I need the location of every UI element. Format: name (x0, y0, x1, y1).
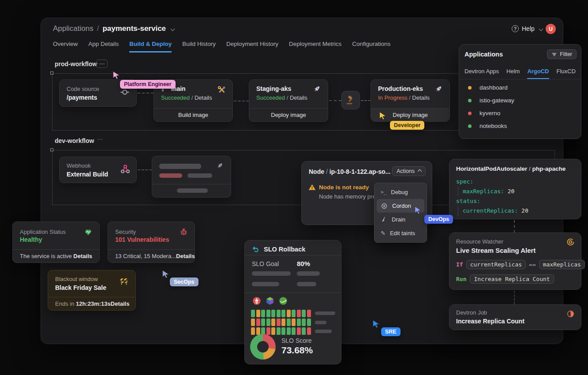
slo-grid-cell (256, 327, 260, 335)
filter-button[interactable]: Filter (547, 49, 577, 59)
slo-grid-cell (277, 327, 281, 335)
half-progress-icon (566, 310, 575, 318)
webhook-card[interactable]: Webhook External Build (59, 157, 137, 183)
tab-overview[interactable]: Overview (53, 41, 78, 52)
slo-grid-cell (256, 310, 260, 317)
tab-helm[interactable]: Helm (506, 68, 520, 79)
resource-watcher-title: Resource Watcher (456, 238, 503, 245)
slo-grid-cell (297, 327, 301, 335)
breadcrumb-section[interactable]: Applications (53, 24, 94, 33)
slo-history-grid (251, 310, 311, 335)
skeleton-pipeline-card (152, 156, 231, 198)
resource-watcher-subtitle: Live Stream Scaling Alert (456, 247, 536, 254)
node-warning-subtitle: Node has memory pre (319, 193, 376, 200)
badge-label: SecOps (174, 279, 195, 285)
badge-label: SRE (385, 329, 397, 335)
staging-pipeline-card[interactable]: Staging-aks Succeeded / Details Deploy i… (249, 79, 328, 122)
separator: / (326, 168, 328, 175)
tab-app-details[interactable]: App Details (88, 41, 119, 52)
tab-build-deploy[interactable]: Build & Deploy (129, 41, 172, 52)
chevron-down-icon[interactable] (171, 26, 175, 31)
separator: / (409, 94, 411, 101)
slo-grid-cell (287, 310, 291, 317)
condition-right-chip[interactable]: maxReplicas (539, 260, 585, 269)
actions-button[interactable]: Actions (392, 166, 426, 176)
skeleton-bar (315, 330, 332, 333)
rocket-icon (433, 84, 444, 95)
menu-item-edit-taints[interactable]: ✎ Edit taints (377, 226, 424, 240)
gavel-icon (345, 95, 356, 105)
dev-workflow-more-button[interactable]: ⋯ (97, 136, 103, 142)
slo-grid-cell (307, 327, 311, 335)
build-action[interactable]: Build image (154, 108, 232, 121)
connector (514, 291, 515, 304)
yaml-key: spec: (456, 178, 473, 185)
cursor-platform-engineer (112, 71, 121, 82)
staging-action[interactable]: Deploy image (249, 108, 328, 121)
slo-grid-cell (277, 319, 281, 326)
connector (329, 100, 341, 101)
status-dot (468, 124, 472, 128)
prod-workflow-more-button[interactable]: ⋯ (96, 60, 108, 68)
application-status-value: Healthy (20, 236, 42, 243)
broom-icon (381, 216, 387, 223)
run-action-chip[interactable]: Increase Replica Count (470, 274, 554, 284)
node-name: ip-10-8-1-122.ap-so... (330, 168, 391, 175)
menu-item-debug[interactable]: >_ Debug (377, 185, 424, 199)
if-keyword: If (456, 261, 463, 268)
tab-build-history[interactable]: Build History (182, 41, 216, 52)
production-details-link[interactable]: Details (412, 94, 430, 101)
badge-developer: Developer (390, 121, 424, 130)
separator: / (191, 94, 193, 101)
tab-configurations[interactable]: Configurations (352, 41, 390, 52)
tab-deployment-history[interactable]: Deployment History (226, 41, 278, 52)
approval-gate[interactable] (341, 91, 360, 109)
blackout-window-card[interactable]: Blackout window Black Friday Sale Ends i… (48, 270, 136, 311)
slo-grid-cell (302, 310, 306, 317)
staging-details-link[interactable]: Details (290, 94, 307, 101)
slo-grid-cell (251, 310, 255, 317)
slo-grid-cell (281, 327, 285, 335)
app-name: istio-gateway (479, 97, 514, 104)
slo-title: SLO Rollback (264, 246, 305, 253)
spiral-icon (566, 237, 575, 247)
build-details-link[interactable]: Details (195, 94, 212, 101)
slo-goal-label: SLO Goal (252, 260, 279, 267)
tab-deployment-metrics[interactable]: Deployment Metrics (289, 41, 341, 52)
blackout-title: Blackout window (55, 276, 98, 282)
rollback-icon (252, 245, 260, 253)
blackout-details-link[interactable]: Details (111, 300, 130, 307)
condition-left-chip[interactable]: currentReplicas (466, 260, 526, 269)
selection-handle[interactable] (50, 148, 53, 151)
list-item[interactable]: dashboard (468, 84, 514, 91)
application-status-details-link[interactable]: Details (73, 253, 92, 259)
slo-grid-cell (297, 310, 301, 317)
security-details-link[interactable]: Details (176, 253, 195, 259)
yaml-key: maxReplicas: (463, 188, 504, 195)
slo-grid-cell (266, 327, 270, 335)
build-status: Succeeded (161, 94, 190, 101)
tab-bar: Overview App Details Build & Deploy Buil… (53, 41, 390, 52)
security-footer: 13 Critical, 15 Modera... (115, 253, 176, 259)
application-status-card[interactable]: Application Status Healthy The service i… (12, 221, 100, 263)
security-card[interactable]: Security 101 Vulnerabilities 13 Critical… (108, 221, 195, 263)
list-item[interactable]: notebooks (468, 123, 514, 129)
badge-devops: DevOps (424, 215, 453, 224)
tab-devtron-apps[interactable]: Devtron Apps (464, 68, 499, 79)
menu-item-label: Debug (391, 189, 408, 195)
list-item[interactable]: istio-gateway (468, 97, 514, 104)
slo-grid-cell (287, 319, 291, 326)
list-item[interactable]: kyverno (468, 110, 514, 116)
help-icon: ? (512, 25, 519, 32)
slo-score-value: 73.68% (281, 345, 313, 356)
selection-handle[interactable] (50, 71, 53, 75)
menu-item-label: Drain (392, 216, 405, 223)
devtron-job-panel[interactable]: Devtron Job Increase Replica Count (449, 304, 581, 330)
tab-fluxcd[interactable]: FluxCD (557, 68, 576, 79)
help-menu[interactable]: ? Help (512, 25, 543, 32)
chevron-down-icon (539, 26, 543, 31)
tab-argocd[interactable]: ArgoCD (527, 68, 549, 79)
avatar[interactable]: U (546, 24, 556, 34)
badge-label: Platform Engineer (124, 81, 172, 87)
badge-secops: SecOps (170, 278, 198, 286)
